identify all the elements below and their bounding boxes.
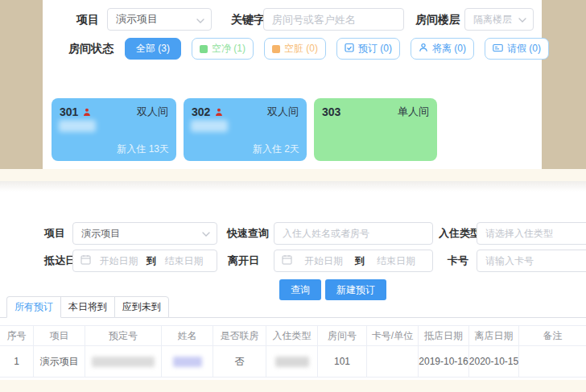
screen: 项目 演示项目 关键字 房间楼层 隔离楼层 房间状态 全部 (3) 空净 (1) <box>0 0 586 392</box>
calendar-icon <box>80 254 91 267</box>
start-date-placeholder: 开始日期 <box>295 254 353 268</box>
status-button-reserved[interactable]: 预订 (0) <box>336 38 400 60</box>
quick-query-label: 快速查询 <box>227 222 269 245</box>
redacted-guest-name <box>59 120 96 132</box>
cell-remark <box>519 346 586 377</box>
new-reservation-button[interactable]: 新建预订 <box>325 279 386 300</box>
status-button-dirty-label: 空脏 (0) <box>284 42 318 56</box>
chevron-down-icon <box>202 228 210 239</box>
room-card-header: 301 双人间 <box>60 105 168 119</box>
project-select-value: 演示项目 <box>116 12 158 27</box>
room-card-header: 303 单人间 <box>322 105 429 119</box>
table-row[interactable]: 1 演示项目 否 101 2019-10-16 2020-10-15 <box>0 346 586 378</box>
quick-query-input[interactable] <box>274 222 433 245</box>
card-number-input[interactable] <box>477 250 586 272</box>
cell-project: 演示项目 <box>34 346 85 377</box>
project-select[interactable]: 演示项目 <box>107 8 212 31</box>
redacted-guest-name <box>173 357 202 367</box>
date-range-separator: 到 <box>355 254 365 268</box>
status-button-vacant-clean[interactable]: 空净 (1) <box>192 38 254 60</box>
checkin-type-label: 入住类型 <box>439 222 481 245</box>
room-card-list: 301 双人间 新入住 13天 302 双人间 新入住 2天 <box>52 98 437 161</box>
calendar-icon <box>282 254 292 267</box>
room-number: 303 <box>322 105 340 118</box>
tab-arriving-today[interactable]: 本日将到 <box>60 296 115 318</box>
room-number: 302 <box>192 105 210 118</box>
cell-room-no: 101 <box>318 346 367 377</box>
cell-linked-room: 否 <box>213 346 266 377</box>
keyword-input[interactable] <box>263 8 404 31</box>
tab-all-reservations[interactable]: 所有预订 <box>6 296 61 318</box>
reservation-tabs: 所有预订 本日将到 应到未到 <box>6 296 169 318</box>
header-departure-date: 离店日期 <box>469 326 519 345</box>
card-number-label: 卡号 <box>448 250 468 272</box>
status-button-all[interactable]: 全部 (3) <box>125 38 181 60</box>
room-status-filter: 房间状态 全部 (3) 空净 (1) 空脏 (0) 预订 (0) <box>68 38 549 60</box>
room-type: 双人间 <box>267 105 299 119</box>
room-board-background: 项目 演示项目 关键字 房间楼层 隔离楼层 房间状态 全部 (3) 空净 (1) <box>0 0 586 169</box>
end-date-placeholder: 结束日期 <box>159 254 209 268</box>
table-header-row: 序号 项目 预定号 姓名 是否联房 入住类型 房间号 卡号/单位 抵店日期 离店… <box>0 325 586 346</box>
guest-red-icon <box>82 108 91 117</box>
room-card-303[interactable]: 303 单人间 <box>314 98 437 161</box>
project-label: 项目 <box>76 8 99 31</box>
end-date-placeholder: 结束日期 <box>367 254 425 268</box>
room-number: 301 <box>60 105 78 118</box>
status-button-on-leave-label: 请假 (0) <box>507 42 541 56</box>
status-button-leaving-label: 将离 (0) <box>432 42 466 56</box>
status-button-reserved-label: 预订 (0) <box>358 42 392 56</box>
reservation-panel: 项目 演示项目 快速查询 入住类型 抵达日 开始日期 到 结束日期 离开日 开始… <box>0 181 586 380</box>
start-date-placeholder: 开始日期 <box>93 254 144 268</box>
header-project: 项目 <box>34 326 85 345</box>
green-square-icon <box>200 45 208 53</box>
room-board-panel: 项目 演示项目 关键字 房间楼层 隔离楼层 房间状态 全部 (3) 空净 (1) <box>43 0 542 169</box>
room-note: 新入住 2天 <box>253 142 299 156</box>
cell-card-unit <box>367 346 419 377</box>
status-button-clean-label: 空净 (1) <box>212 42 246 56</box>
project-select-value: 演示项目 <box>81 227 120 241</box>
redacted-guest-name <box>191 120 228 132</box>
room-type: 双人间 <box>137 105 168 119</box>
header-linked-room: 是否联房 <box>213 326 266 345</box>
redacted-reservation-no <box>92 357 155 367</box>
room-card-302[interactable]: 302 双人间 新入住 2天 <box>184 98 307 161</box>
status-button-all-label: 全部 (3) <box>136 42 170 56</box>
departure-date-range-picker[interactable]: 开始日期 到 结束日期 <box>274 250 433 272</box>
cell-reservation-no <box>85 346 162 377</box>
room-card-301[interactable]: 301 双人间 新入住 13天 <box>52 98 176 161</box>
header-remark: 备注 <box>519 326 586 345</box>
departure-date-label: 离开日 <box>228 250 259 272</box>
date-range-separator: 到 <box>146 254 156 268</box>
floor-select[interactable]: 隔离楼层 <box>464 8 534 31</box>
floor-select-placeholder: 隔离楼层 <box>473 13 512 27</box>
header-reservation-no: 预定号 <box>85 326 162 345</box>
status-button-leaving[interactable]: 将离 (0) <box>411 38 474 60</box>
query-button[interactable]: 查询 <box>279 279 321 300</box>
redacted-checkin-type <box>275 357 309 367</box>
tab-expected-not-arrived[interactable]: 应到未到 <box>114 296 169 318</box>
header-arrival-date: 抵店日期 <box>419 326 469 345</box>
status-button-on-leave[interactable]: 请假 (0) <box>485 38 549 60</box>
chevron-down-icon <box>196 14 204 26</box>
status-button-vacant-dirty[interactable]: 空脏 (0) <box>264 38 326 60</box>
cell-index: 1 <box>0 346 34 377</box>
project-select[interactable]: 演示项目 <box>72 222 217 245</box>
room-status-label: 房间状态 <box>68 42 113 56</box>
bottom-divider <box>0 380 586 392</box>
cell-arrival-date: 2019-10-16 <box>419 346 469 377</box>
arrival-date-range-picker[interactable]: 开始日期 到 结束日期 <box>72 250 217 272</box>
header-name: 姓名 <box>162 326 213 345</box>
keyword-label: 关键字 <box>231 8 265 31</box>
cell-departure-date: 2020-10-15 <box>469 346 519 377</box>
header-checkin-type: 入住类型 <box>266 326 318 345</box>
cell-checkin-type <box>266 346 318 377</box>
chevron-down-icon <box>518 14 526 25</box>
person-icon <box>419 43 428 55</box>
guest-red-icon <box>214 108 223 117</box>
checkin-type-input[interactable] <box>477 222 586 245</box>
id-card-icon <box>493 43 503 55</box>
room-note: 新入住 13天 <box>117 142 169 156</box>
orange-square-icon <box>272 45 280 53</box>
room-type: 单人间 <box>398 105 429 119</box>
room-card-header: 302 双人间 <box>192 105 299 119</box>
